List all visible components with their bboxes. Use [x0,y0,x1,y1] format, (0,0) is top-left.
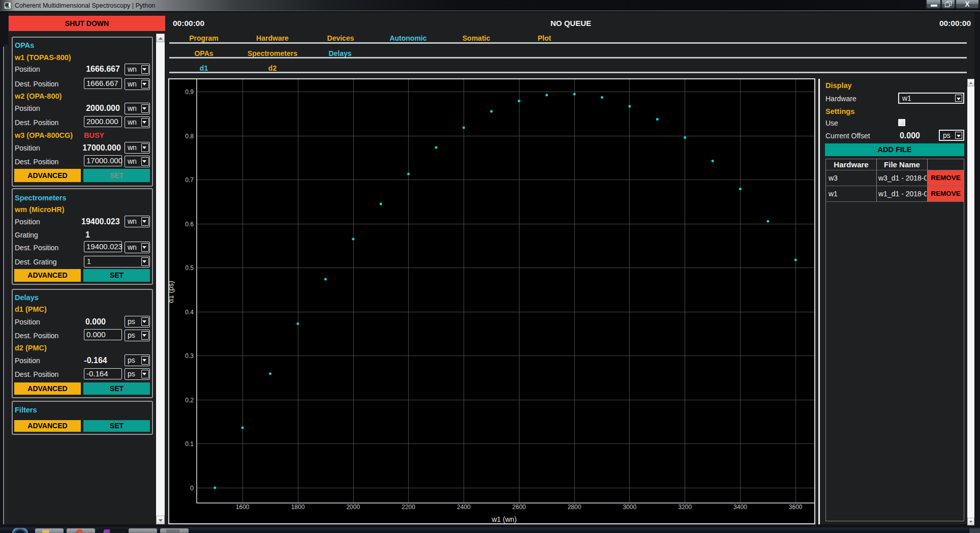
svg-text:0.4: 0.4 [185,309,194,316]
svg-text:0.1: 0.1 [185,440,194,448]
svg-text:2800: 2800 [568,504,581,511]
svg-text:0.2: 0.2 [185,397,194,404]
svg-text:2200: 2200 [402,504,415,511]
svg-text:w1 (wn): w1 (wn) [491,515,516,523]
svg-text:3600: 3600 [789,504,803,511]
svg-text:0.7: 0.7 [185,176,194,184]
svg-text:2000: 2000 [346,504,360,511]
svg-text:1600: 1600 [236,504,250,511]
svg-text:0: 0 [190,485,194,492]
svg-text:0.9: 0.9 [185,88,194,96]
svg-text:0.3: 0.3 [185,352,194,360]
svg-text:3400: 3400 [733,504,747,511]
svg-text:1800: 1800 [291,504,305,511]
svg-text:3200: 3200 [678,504,692,511]
svg-text:2600: 2600 [512,504,526,511]
svg-text:0.6: 0.6 [185,221,194,228]
svg-text:0.5: 0.5 [185,264,194,272]
svg-text:0.8: 0.8 [185,133,194,140]
svg-text:2400: 2400 [457,504,471,511]
svg-text:d1 (ps): d1 (ps) [169,281,175,303]
svg-text:3000: 3000 [623,504,636,511]
